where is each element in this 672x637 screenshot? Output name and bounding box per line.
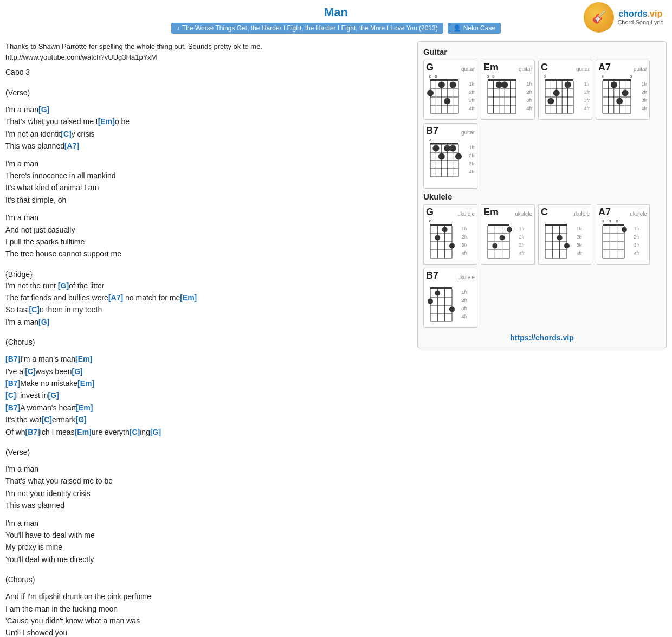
svg-point-149 xyxy=(428,299,433,304)
svg-point-64 xyxy=(611,82,617,88)
lyric-line: [B7]I'm a man's man[Em] xyxy=(5,353,409,365)
chord-grid-svg: o xyxy=(426,217,457,261)
chord-grid-svg xyxy=(541,217,572,261)
lyric-line: And if I'm dipshit drunk on the pink per… xyxy=(5,590,409,602)
chord-diagram-name: Em xyxy=(483,62,499,72)
chord-grid-svg: o o xyxy=(426,73,465,116)
chord-diagram-type: guitar xyxy=(461,130,475,136)
lyric-line: 'Cause you didn't know what a man was xyxy=(5,615,409,627)
chord-diagram-name: A7 xyxy=(598,207,611,217)
chord-G[interactable]: [G] xyxy=(58,281,69,290)
guitar-chord-row-2: B7 guitar xyxy=(423,123,661,189)
chord-C[interactable]: [C] xyxy=(130,428,140,436)
chord-diagram-C-guitar: C guitar xyxy=(538,60,592,120)
guitar-section-title: Guitar xyxy=(423,47,661,56)
svg-text:x: x xyxy=(602,74,604,79)
album-badge[interactable]: ♪ The Worse Things Get, the Harder I Fig… xyxy=(171,23,443,34)
svg-text:x: x xyxy=(544,74,546,79)
ukulele-chord-row-1: G ukulele o xyxy=(423,204,661,265)
svg-point-98 xyxy=(449,243,455,249)
chord-B7[interactable]: [B7] xyxy=(5,355,20,363)
logo-text: chords.vip Chord Song Lyric xyxy=(617,9,663,25)
svg-point-49 xyxy=(547,98,554,105)
chords-url[interactable]: https://chords.vip xyxy=(423,333,661,342)
song-title: Man xyxy=(0,5,672,20)
chord-diagram-name: G xyxy=(426,62,434,72)
chord-grid-svg: o o o xyxy=(598,217,630,261)
chords-column: Guitar G guitar xyxy=(417,41,667,348)
chord-G[interactable]: [G] xyxy=(38,318,49,326)
lyric-line: There's innocence in all mankind xyxy=(5,170,409,182)
svg-point-66 xyxy=(616,98,623,105)
artist-name: Neko Case xyxy=(463,24,495,32)
chord-Em[interactable]: [Em] xyxy=(75,355,92,363)
svg-point-111 xyxy=(492,243,497,249)
chord-C[interactable]: [C] xyxy=(5,391,16,400)
svg-point-148 xyxy=(435,291,440,296)
section-verse-2: (Verse) xyxy=(5,448,409,456)
svg-point-109 xyxy=(500,235,505,241)
chord-Em[interactable]: [Em] xyxy=(98,117,115,126)
chord-grid-svg: x xyxy=(541,73,580,116)
lyric-line: So tast[C]e them in my teeth xyxy=(5,304,409,316)
svg-point-123 xyxy=(557,235,563,241)
lyric-line: You'll deal with me directly xyxy=(5,554,409,565)
lyric-line: I'm not an identit[C]y crisis xyxy=(5,128,409,140)
section-chorus-2: (Chorus) xyxy=(5,575,409,584)
lyric-line: I'm a man[G] xyxy=(5,104,409,115)
chord-diagram-type: ukulele xyxy=(457,211,475,217)
svg-text:o: o xyxy=(487,74,489,79)
chord-G[interactable]: [G] xyxy=(38,105,49,114)
lyric-line: It's the wat[C]ermark[G] xyxy=(5,414,409,426)
chord-C[interactable]: [C] xyxy=(25,367,35,376)
chord-A7[interactable]: [A7] xyxy=(64,141,79,150)
svg-point-32 xyxy=(496,82,502,88)
music-icon: ♪ xyxy=(177,24,180,32)
chord-A7[interactable]: [A7] xyxy=(108,293,123,302)
chord-Em[interactable]: [Em] xyxy=(75,428,92,436)
svg-point-96 xyxy=(435,235,440,241)
svg-point-122 xyxy=(564,243,570,249)
chord-diagram-B7-ukulele: B7 ukulele xyxy=(423,268,477,328)
lyric-line: I'm a man xyxy=(5,211,409,223)
chord-diagram-name: C xyxy=(541,207,548,217)
chord-diagram-name: B7 xyxy=(426,126,438,136)
chord-G[interactable]: [G] xyxy=(75,415,86,424)
chord-Em[interactable]: [Em] xyxy=(180,293,197,302)
chord-G[interactable]: [G] xyxy=(72,367,83,376)
chord-G[interactable]: [G] xyxy=(48,391,59,400)
svg-point-110 xyxy=(507,227,512,233)
lyric-line: [B7]Make no mistake[Em] xyxy=(5,377,409,389)
chord-grid-svg xyxy=(426,281,457,324)
chord-diagram-A7-ukulele: A7 ukulele o xyxy=(596,204,650,265)
svg-text:o: o xyxy=(492,74,495,79)
chord-grid-svg: o o xyxy=(483,73,522,116)
lyric-line: I'm a man[G] xyxy=(5,316,409,328)
chord-diagram-Em-guitar: Em guitar xyxy=(481,60,535,120)
chord-B7[interactable]: [B7] xyxy=(5,379,20,388)
chord-C[interactable]: [C] xyxy=(29,305,40,314)
chord-diagram-type: ukulele xyxy=(630,211,647,217)
chord-C[interactable]: [C] xyxy=(61,130,71,138)
main-layout: Thanks to Shawn Parrotte for spelling th… xyxy=(0,37,672,637)
chord-diagram-C-ukulele: C ukulele xyxy=(538,204,592,265)
lyric-line: It's that simple, oh xyxy=(5,194,409,206)
artist-badge[interactable]: 👤 Neko Case xyxy=(448,23,501,34)
section-verse-1: (Verse) xyxy=(5,88,409,97)
svg-point-150 xyxy=(449,307,455,312)
chord-B7[interactable]: [B7] xyxy=(5,403,20,412)
svg-point-82 xyxy=(450,145,456,152)
chord-Em[interactable]: [Em] xyxy=(77,379,94,388)
section-chorus-1: (Chorus) xyxy=(5,338,409,346)
chord-B7[interactable]: [B7] xyxy=(25,428,40,436)
svg-point-83 xyxy=(438,153,445,160)
chord-diagram-B7-guitar: B7 guitar xyxy=(423,123,477,189)
lyric-line: I am the man in the fucking moon xyxy=(5,603,409,615)
svg-point-14 xyxy=(438,82,445,88)
chord-G[interactable]: [G] xyxy=(150,428,161,436)
chord-Em[interactable]: [Em] xyxy=(76,403,93,412)
svg-text:o: o xyxy=(435,74,437,79)
chord-C[interactable]: [C] xyxy=(41,415,51,424)
lyric-line: It's what kind of animal I am xyxy=(5,182,409,194)
chord-diagram-type: ukulele xyxy=(515,211,532,217)
